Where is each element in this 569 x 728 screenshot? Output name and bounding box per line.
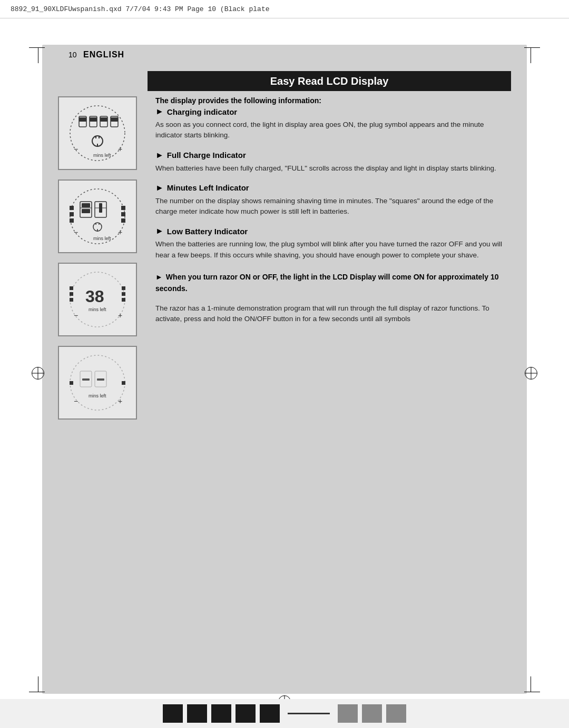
svg-text:mins left: mins left [89, 307, 106, 312]
crop-mark-right-top-h [524, 47, 540, 48]
section-charging: ► Charging indicator As soon as you conn… [155, 107, 508, 141]
svg-text:−: − [74, 228, 78, 236]
svg-text:−: − [74, 397, 78, 405]
svg-rect-6 [100, 117, 107, 122]
title-bar-text: Easy Read LCD Display [270, 75, 389, 87]
svg-text:+: + [118, 145, 122, 153]
bottom-square-2 [187, 704, 207, 723]
page-content: 10 ENGLISH Easy Read LCD Display [0, 18, 569, 728]
svg-rect-40 [70, 298, 73, 302]
svg-text:+: + [118, 397, 122, 405]
bottom-square-6 [338, 704, 358, 723]
section-title-full-charge: Full Charge Indicator [167, 151, 246, 159]
section-body-full-charge: When batteries have been fully charged, … [155, 163, 508, 174]
bottom-line [288, 713, 330, 714]
crop-mark-right-top-v [531, 47, 531, 63]
title-bar: Easy Read LCD Display [148, 71, 511, 91]
bullet-arrow-minutes-left: ► [155, 183, 164, 193]
section-header-low-battery: ► Low Battery Indicator [155, 226, 508, 236]
svg-rect-41 [122, 286, 125, 290]
svg-text:38: 38 [85, 287, 104, 306]
intro-text: The display provides the following infor… [155, 96, 508, 105]
svg-rect-21 [121, 212, 125, 216]
section-body-charging: As soon as you connect cord, the light i… [155, 119, 508, 141]
svg-rect-19 [70, 218, 74, 223]
svg-rect-49 [70, 381, 73, 385]
svg-rect-50 [122, 381, 125, 385]
svg-rect-43 [122, 298, 125, 302]
bottom-square-4 [236, 704, 256, 723]
section-low-battery: ► Low Battery Indicator When the batteri… [155, 226, 508, 261]
svg-rect-42 [122, 292, 125, 296]
section-header-minutes-left: ► Minutes Left Indicator [155, 183, 508, 193]
section-title-minutes-left: Minutes Left Indicator [167, 183, 249, 192]
bullet-arrow-full-charge: ► [155, 151, 164, 160]
section-full-charge: ► Full Charge Indicator When batteries h… [155, 151, 508, 174]
section-header-charging: ► Charging indicator [155, 107, 508, 116]
lcd-display-minutes-left: 38 mins left − + [58, 263, 137, 336]
crop-mark-left-top-v [38, 47, 38, 63]
svg-rect-29 [99, 203, 102, 213]
header-bar: 8892_91_90XLDFUwspanish.qxd 7/7/04 9:43 … [0, 0, 569, 18]
svg-rect-28 [82, 209, 90, 213]
svg-rect-20 [121, 206, 125, 210]
svg-rect-27 [82, 203, 90, 207]
bottom-squares-left [163, 704, 280, 723]
bottom-bar [0, 699, 569, 728]
right-content: The display provides the following infor… [155, 96, 508, 325]
svg-rect-17 [70, 206, 74, 210]
header-text: 8892_91_90XLDFUwspanish.qxd 7/7/04 9:43 … [11, 5, 269, 13]
svg-text:+: + [118, 228, 122, 236]
section-header-full-charge: ► Full Charge Indicator [155, 151, 508, 160]
bold-note-block: ►When you turn razor ON or OFF, the ligh… [155, 271, 508, 295]
bottom-square-1 [163, 704, 183, 723]
svg-text:mins left: mins left [93, 153, 111, 158]
page-heading: 10 ENGLISH [68, 50, 124, 59]
svg-rect-38 [70, 286, 73, 290]
bold-note-text: ►When you turn razor ON or OFF, the ligh… [155, 271, 508, 295]
footer-text: The razor has a 1-minute demonstration p… [155, 303, 508, 325]
section-title: ENGLISH [83, 50, 124, 59]
bullet-arrow-low-battery: ► [155, 226, 164, 236]
bottom-square-5 [260, 704, 280, 723]
lcd-display-low-battery: mins left − + [58, 346, 137, 420]
bullet-arrow-note: ► [155, 273, 163, 281]
lcd-display-full-charge: mins left − + [58, 179, 137, 253]
svg-rect-22 [121, 218, 125, 223]
svg-rect-2 [79, 117, 86, 122]
crop-mark-right-bottom-h [524, 692, 540, 692]
crop-mark-left-bottom-h [29, 692, 45, 692]
bottom-square-7 [362, 704, 382, 723]
bottom-square-8 [386, 704, 406, 723]
svg-text:+: + [118, 311, 122, 320]
svg-point-48 [70, 355, 125, 410]
lcd-display-charging: mins left − + [58, 96, 137, 170]
section-title-charging: Charging indicator [167, 107, 237, 116]
svg-text:−: − [74, 145, 78, 153]
section-title-low-battery: Low Battery Indicator [167, 227, 248, 236]
bottom-squares-right [338, 704, 406, 723]
section-body-low-battery: When the batteries are running low, the … [155, 239, 508, 261]
svg-text:mins left: mins left [93, 236, 111, 241]
svg-rect-54 [97, 378, 104, 381]
svg-text:−: − [74, 311, 78, 320]
bullet-arrow-charging: ► [155, 107, 164, 116]
registration-circle-right [525, 367, 537, 380]
registration-circle-left [32, 367, 44, 380]
crop-mark-left-bottom-v [38, 676, 38, 692]
section-body-minutes-left: The number on the display shows remainin… [155, 196, 508, 217]
svg-rect-4 [90, 117, 97, 122]
svg-rect-39 [70, 292, 73, 296]
section-minutes-left: ► Minutes Left Indicator The number on t… [155, 183, 508, 217]
page-number: 10 [68, 51, 77, 59]
svg-rect-18 [70, 212, 74, 216]
crop-mark-right-bottom-v [531, 676, 531, 692]
crop-mark-left-top-h [29, 47, 45, 48]
bottom-square-3 [211, 704, 231, 723]
svg-rect-8 [111, 117, 118, 122]
lcd-images-column: mins left − + [58, 96, 140, 429]
svg-rect-53 [82, 378, 90, 381]
svg-text:mins left: mins left [89, 393, 106, 398]
